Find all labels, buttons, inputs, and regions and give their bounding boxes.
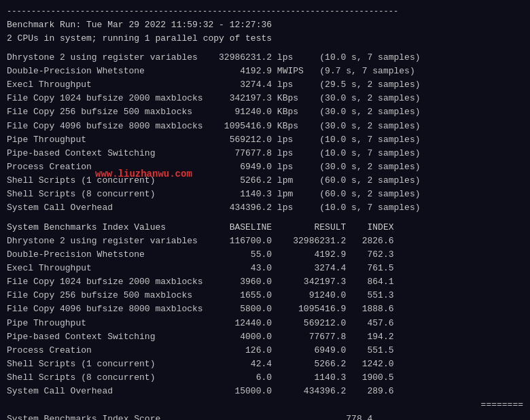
benchmark-row: File Copy 4096 bufsize 8000 maxblocks 10… xyxy=(7,120,523,133)
benchmark-row: System Call Overhead 434396.2 lps (10.0 … xyxy=(7,201,523,215)
score-line: System Benchmarks Index Score 778.4 xyxy=(7,413,523,420)
benchmark-row: Shell Scripts (1 concurrent) 5266.2 lpm … xyxy=(7,174,523,188)
index-row: Double-Precision Whetstone 55.0 4192.9 7… xyxy=(7,248,523,262)
benchmark-row: Shell Scripts (8 concurrent) 1140.3 lpm … xyxy=(7,188,523,201)
index-row: Pipe-based Context Switching 4000.0 7767… xyxy=(7,330,523,344)
benchmark-row: Dhrystone 2 using register variables 329… xyxy=(7,51,523,65)
index-row: Process Creation 126.0 6949.0 551.5 xyxy=(7,344,523,357)
index-row: File Copy 1024 bufsize 2000 maxblocks 39… xyxy=(7,275,523,289)
benchmark-section: Dhrystone 2 using register variables 329… xyxy=(7,51,523,215)
index-row: File Copy 4096 bufsize 8000 maxblocks 58… xyxy=(7,302,523,316)
index-row: Execl Throughput 43.0 3274.4 761.5 xyxy=(7,262,523,275)
header-line1: Benchmark Run: Tue Mar 29 2022 11:59:32 … xyxy=(7,18,523,32)
terminal-window: ----------------------------------------… xyxy=(0,0,530,420)
benchmark-row: Pipe Throughput 569212.0 lps (10.0 s, 7 … xyxy=(7,133,523,147)
equals-line: ======== xyxy=(7,398,523,412)
index-row: Dhrystone 2 using register variables 116… xyxy=(7,234,523,248)
index-row: File Copy 256 bufsize 500 maxblocks 1655… xyxy=(7,289,523,302)
benchmark-row: Process Creation 6949.0 lps (30.0 s, 2 s… xyxy=(7,160,523,174)
index-section: System Benchmarks Index Values BASELINE … xyxy=(7,221,523,399)
index-header: System Benchmarks Index Values BASELINE … xyxy=(7,221,523,234)
index-row: Pipe Throughput 12440.0 569212.0 457.6 xyxy=(7,317,523,330)
index-row: Shell Scripts (1 concurrent) 42.4 5266.2… xyxy=(7,357,523,371)
index-row: System Call Overhead 15000.0 434396.2 28… xyxy=(7,385,523,398)
benchmark-row: Pipe-based Context Switching 77677.8 lps… xyxy=(7,147,523,160)
header-line2: 2 CPUs in system; running 1 parallel cop… xyxy=(7,32,523,46)
benchmark-row: File Copy 256 bufsize 500 maxblocks 9124… xyxy=(7,105,523,119)
benchmark-row: Double-Precision Whetstone 4192.9 MWIPS … xyxy=(7,65,523,78)
index-row: Shell Scripts (8 concurrent) 6.0 1140.3 … xyxy=(7,371,523,385)
benchmark-row: Execl Throughput 3274.4 lps (29.5 s, 2 s… xyxy=(7,78,523,92)
benchmark-row: File Copy 1024 bufsize 2000 maxblocks 34… xyxy=(7,92,523,105)
divider-top: ----------------------------------------… xyxy=(7,5,523,18)
score-value-line: System Benchmarks Index Score 778.4 xyxy=(7,413,523,420)
